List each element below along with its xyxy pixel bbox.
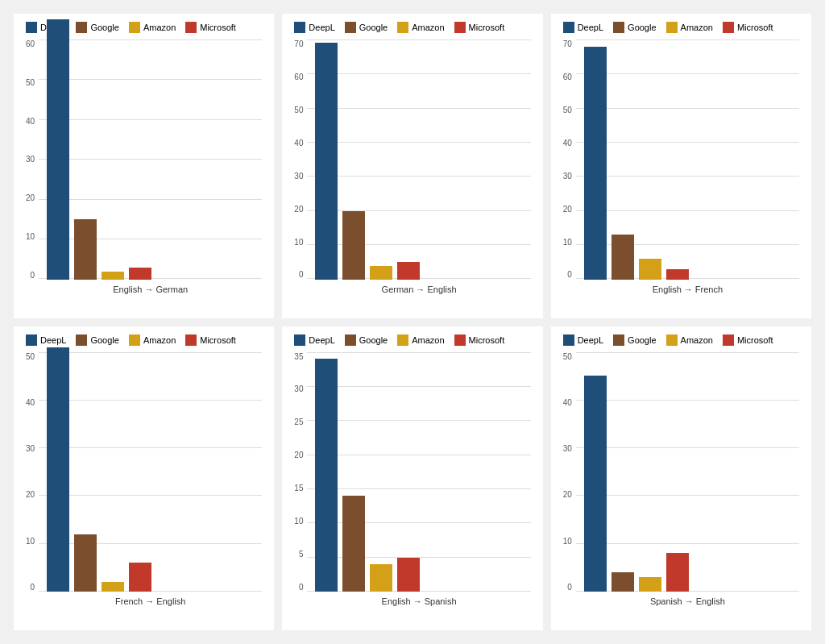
- chart-area: 50403020100French → English: [26, 352, 262, 607]
- chart-eng-spa: DeepLGoogleAmazonMicrosoft35302520151050…: [282, 326, 542, 631]
- legend-label-microsoft: Microsoft: [737, 335, 773, 345]
- y-tick: 0: [299, 270, 304, 279]
- chart-title: Spanish → English: [576, 596, 799, 606]
- legend-item-amazon: Amazon: [666, 334, 713, 346]
- chart-eng-ger: DeepLGoogleAmazonMicrosoft6050403020100E…: [14, 14, 274, 318]
- chart-title: English → Spanish: [307, 596, 530, 606]
- bar-microsoft: [666, 553, 689, 592]
- legend-color-microsoft: [185, 334, 197, 346]
- legend-label-deepl: DeepL: [309, 23, 334, 32]
- y-tick: 60: [294, 73, 303, 81]
- plot-area: English → French: [576, 39, 799, 294]
- legend-label-google: Google: [628, 23, 656, 32]
- bar-amazon: [102, 582, 124, 592]
- legend-label-deepl: DeepL: [578, 23, 603, 32]
- y-tick: 35: [294, 352, 303, 361]
- legend-color-google: [76, 334, 87, 346]
- bar-microsoft: [129, 268, 151, 280]
- y-tick: 10: [26, 232, 35, 241]
- bar-deepl: [584, 376, 607, 592]
- y-tick: 40: [294, 139, 303, 147]
- plot-area: French → English: [39, 352, 262, 607]
- y-tick: 40: [26, 398, 35, 407]
- bars-wrapper: [307, 39, 530, 280]
- legend-item-deepl: DeepL: [26, 334, 66, 346]
- legend-color-microsoft: [723, 22, 734, 33]
- plot-area: English → Spanish: [307, 352, 530, 607]
- chart-title: German → English: [307, 285, 530, 294]
- y-tick: 20: [294, 451, 303, 459]
- legend-label-microsoft: Microsoft: [737, 23, 773, 32]
- y-tick: 40: [563, 139, 572, 147]
- legend-color-deepl: [563, 22, 574, 33]
- y-tick: 20: [294, 205, 303, 214]
- bar-google: [74, 534, 97, 592]
- y-tick: 40: [26, 117, 35, 126]
- dashboard: DeepLGoogleAmazonMicrosoft6050403020100E…: [2, 2, 823, 642]
- legend-item-google: Google: [613, 334, 656, 346]
- y-axis: 706050403020100: [563, 39, 576, 294]
- plot-area: German → English: [307, 39, 530, 294]
- chart-title: English → French: [576, 285, 799, 294]
- y-tick: 50: [294, 106, 303, 114]
- legend-color-deepl: [294, 22, 305, 33]
- y-tick: 30: [563, 444, 572, 453]
- y-tick: 50: [563, 106, 572, 114]
- chart-area: 706050403020100English → French: [563, 39, 799, 294]
- legend-item-deepl: DeepL: [294, 22, 334, 33]
- y-tick: 40: [563, 398, 572, 407]
- bar-google: [74, 219, 97, 279]
- legend-color-microsoft: [185, 22, 197, 33]
- y-axis: 706050403020100: [294, 39, 307, 294]
- legend-label-amazon: Amazon: [681, 23, 713, 32]
- y-tick: 50: [26, 78, 35, 87]
- legend-color-deepl: [294, 334, 305, 346]
- legend-label-google: Google: [628, 335, 656, 345]
- y-tick: 15: [294, 484, 303, 492]
- bar-google: [611, 572, 634, 592]
- bar-deepl: [47, 19, 69, 279]
- bar-deepl: [315, 43, 338, 279]
- legend-color-google: [76, 22, 87, 33]
- bar-microsoft: [666, 269, 689, 280]
- legend-label-google: Google: [90, 23, 118, 32]
- legend-color-amazon: [666, 334, 678, 346]
- y-axis: 35302520151050: [294, 352, 307, 607]
- legend-color-microsoft: [723, 334, 734, 346]
- y-axis: 6050403020100: [26, 39, 39, 294]
- legend-item-microsoft: Microsoft: [723, 334, 773, 346]
- chart-spa-eng: DeepLGoogleAmazonMicrosoft50403020100Spa…: [551, 326, 811, 631]
- legend-label-deepl: DeepL: [578, 335, 603, 345]
- legend-label-amazon: Amazon: [681, 335, 713, 345]
- chart-eng-fre: DeepLGoogleAmazonMicrosoft70605040302010…: [551, 14, 811, 318]
- bar-google: [611, 235, 634, 279]
- bars-wrapper: [39, 352, 262, 592]
- bars-wrapper: [39, 39, 262, 280]
- legend-label-deepl: DeepL: [40, 335, 66, 345]
- legend-label-google: Google: [90, 335, 118, 345]
- bars-wrapper: [576, 39, 799, 280]
- chart-legend: DeepLGoogleAmazonMicrosoft: [294, 22, 530, 33]
- bars-wrapper: [307, 352, 530, 592]
- legend-label-amazon: Amazon: [143, 23, 176, 32]
- legend-label-amazon: Amazon: [412, 23, 444, 32]
- legend-color-microsoft: [454, 22, 466, 33]
- legend-color-amazon: [397, 334, 408, 346]
- legend-item-google: Google: [613, 22, 656, 33]
- legend-item-amazon: Amazon: [397, 334, 444, 346]
- y-tick: 20: [26, 193, 35, 202]
- legend-item-microsoft: Microsoft: [185, 334, 236, 346]
- legend-color-google: [613, 334, 624, 346]
- legend-label-google: Google: [359, 335, 388, 345]
- bar-amazon: [370, 266, 392, 280]
- legend-label-amazon: Amazon: [143, 335, 176, 345]
- legend-color-amazon: [666, 22, 678, 33]
- legend-color-deepl: [563, 334, 574, 346]
- legend-item-deepl: DeepL: [294, 334, 334, 346]
- y-tick: 10: [26, 537, 35, 546]
- legend-item-amazon: Amazon: [129, 22, 176, 33]
- bar-amazon: [370, 564, 392, 592]
- bar-deepl: [584, 47, 607, 280]
- legend-color-google: [345, 22, 356, 33]
- legend-label-amazon: Amazon: [412, 335, 444, 345]
